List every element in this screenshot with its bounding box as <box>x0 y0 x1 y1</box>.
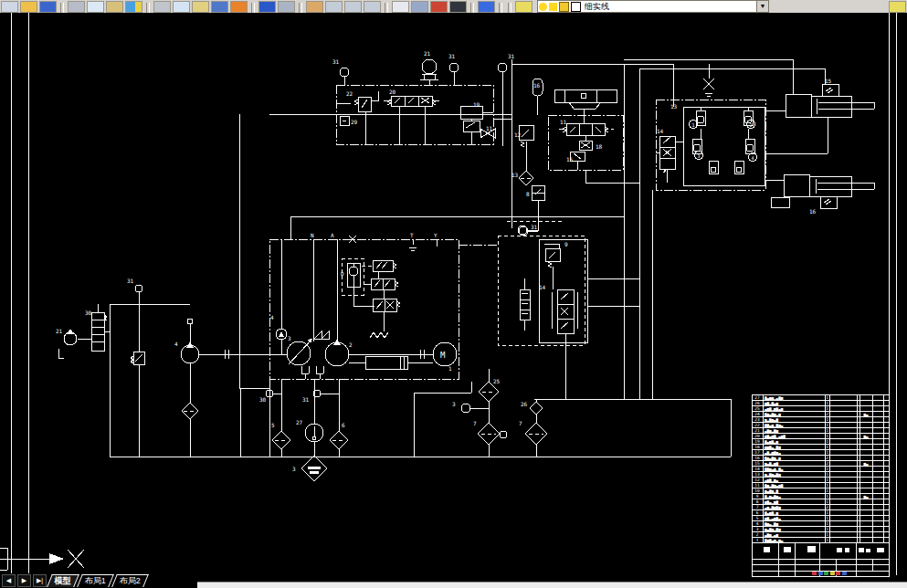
toolbar-separator <box>251 3 255 13</box>
svg-text:15: 15 <box>566 156 574 163</box>
find-icon[interactable] <box>392 1 409 13</box>
title-block-marks <box>764 546 884 552</box>
match-icon[interactable] <box>211 1 228 13</box>
layer-previous-icon[interactable] <box>889 1 906 13</box>
svg-text:1: 1 <box>826 472 828 477</box>
svg-text:1: 1 <box>826 401 828 405</box>
ole-icon[interactable] <box>411 1 428 13</box>
svg-text:1: 1 <box>826 434 828 438</box>
pan-icon[interactable] <box>306 1 323 13</box>
help-icon[interactable] <box>478 1 495 13</box>
zoom-window-icon[interactable] <box>344 1 362 13</box>
toolbar-separator <box>508 3 512 13</box>
preview-icon[interactable] <box>87 1 104 13</box>
hydraulic-schematic: 3121313122202919111611181512138311314151… <box>0 13 907 582</box>
toolbar-separator <box>470 3 474 13</box>
return-filters <box>461 382 547 445</box>
svg-text:7: 7 <box>473 420 477 426</box>
open-icon[interactable] <box>20 1 37 13</box>
svg-text:2: 2 <box>826 505 828 509</box>
svg-text:2: 2 <box>756 532 759 537</box>
svg-text:15: 15 <box>825 78 832 84</box>
cube-icon[interactable] <box>559 2 569 12</box>
gauge-cylinder-symbol <box>554 89 617 102</box>
svg-text:31: 31 <box>332 58 340 65</box>
grid-icon[interactable] <box>449 1 467 13</box>
tab-布局1[interactable]: 布局1 <box>77 574 114 587</box>
zoom-prev-icon[interactable] <box>364 1 381 13</box>
tab-模型[interactable]: 模型 <box>47 574 79 587</box>
svg-text:N: N <box>311 232 314 238</box>
svg-text:18: 18 <box>754 445 760 449</box>
pump-group <box>266 236 457 481</box>
zoom-icon[interactable] <box>325 1 343 13</box>
svg-text:26: 26 <box>754 401 760 405</box>
svg-text:1: 1 <box>826 450 828 455</box>
svg-text:3: 3 <box>288 335 291 341</box>
svg-text:22: 22 <box>346 90 353 97</box>
svg-text:6: 6 <box>756 510 759 515</box>
tab-nav-1[interactable]: ▶ <box>17 574 31 587</box>
drawing-canvas[interactable]: 3121313122202919111611181512138311314151… <box>0 13 907 582</box>
undo-icon[interactable] <box>258 1 276 13</box>
svg-text:13: 13 <box>512 172 519 178</box>
toolbar-separator <box>385 3 388 13</box>
svg-text:4: 4 <box>756 521 759 526</box>
svg-text:A: A <box>331 232 334 238</box>
toolbar-separator <box>299 3 302 13</box>
edit-icon[interactable] <box>230 1 248 13</box>
svg-text:30: 30 <box>259 396 267 403</box>
svg-text:1: 1 <box>826 516 828 520</box>
tab-布局2[interactable]: 布局2 <box>111 574 149 587</box>
redo-icon[interactable] <box>278 1 295 13</box>
layer-dropdown[interactable]: 细实线 ▼ <box>537 0 769 13</box>
svg-text:24: 24 <box>754 412 760 416</box>
tab-nav-2[interactable]: ▶| <box>33 574 47 587</box>
balloon-labels: 3121313122202919111611181512138311314151… <box>56 50 832 472</box>
cut-icon[interactable] <box>153 1 171 13</box>
svg-text:1: 1 <box>826 439 828 444</box>
svg-text:19: 19 <box>754 439 760 444</box>
svg-text:10: 10 <box>754 488 760 493</box>
svg-text:31: 31 <box>302 396 310 403</box>
svg-text:25: 25 <box>493 378 501 384</box>
paste-icon[interactable] <box>192 1 209 13</box>
svg-text:12: 12 <box>754 478 760 482</box>
plot-icon[interactable] <box>68 1 85 13</box>
svg-text:1: 1 <box>448 365 452 372</box>
bulb-icon[interactable] <box>539 3 547 11</box>
svg-text:20: 20 <box>389 89 396 95</box>
svg-text:31: 31 <box>508 53 515 59</box>
render-icon[interactable] <box>430 1 448 13</box>
new-icon[interactable] <box>1 1 18 13</box>
svg-text:20: 20 <box>754 434 760 438</box>
svg-text:1: 1 <box>826 445 828 449</box>
svg-text:11: 11 <box>754 483 760 488</box>
ucs-axis-icon <box>0 548 84 570</box>
svg-text:5: 5 <box>756 516 759 520</box>
copy-icon[interactable] <box>173 1 190 13</box>
svg-text:16: 16 <box>754 456 760 460</box>
svg-text:31: 31 <box>448 53 456 59</box>
publish-icon[interactable] <box>106 1 123 13</box>
svg-text:1: 1 <box>826 478 828 482</box>
svg-text:1: 1 <box>756 538 759 542</box>
svg-text:1: 1 <box>826 483 828 488</box>
svg-text:31: 31 <box>127 278 134 284</box>
svg-text:2: 2 <box>826 456 828 460</box>
sun-icon[interactable] <box>549 3 557 11</box>
layers-icon[interactable] <box>515 1 533 13</box>
main-toolbar: 细实线 ▼ <box>0 0 907 14</box>
svg-text:9: 9 <box>564 241 568 247</box>
svg-text:14: 14 <box>657 128 664 134</box>
svg-text:30: 30 <box>85 310 92 316</box>
layer-color-swatch[interactable] <box>571 2 581 12</box>
web-icon[interactable] <box>125 1 142 13</box>
chevron-down-icon[interactable]: ▼ <box>756 1 768 12</box>
svg-text:7: 7 <box>756 505 759 509</box>
save-icon[interactable] <box>39 1 57 13</box>
toolbar-separator <box>499 3 502 13</box>
svg-text:4: 4 <box>270 314 274 320</box>
svg-text:13: 13 <box>670 103 678 110</box>
tab-nav-0[interactable]: ◀ <box>2 574 16 587</box>
